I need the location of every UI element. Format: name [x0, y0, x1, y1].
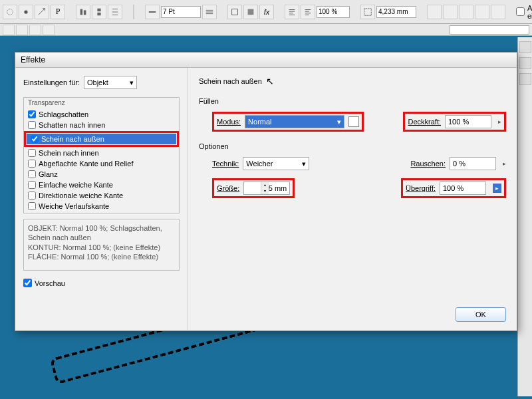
para2-icon[interactable] [301, 5, 315, 19]
tree-item-schatten-innen[interactable]: Schatten nach innen [24, 120, 179, 130]
group-title: Transparenz [24, 98, 179, 108]
object-info-box: OBJEKT: Normal 100 %; Schlagschatten, Sc… [23, 219, 180, 271]
gradient-icon[interactable] [243, 5, 258, 19]
dialog-left-pane: Einstellungen für: Objekt▾ Transparenz S… [15, 68, 188, 330]
groesse-input[interactable]: ▴▾ 5 mm [243, 182, 290, 195]
groesse-label: Größe: [217, 184, 239, 192]
stroke-style-icon[interactable] [202, 5, 217, 19]
mini2-icon[interactable] [16, 25, 28, 35]
mini3-icon[interactable] [29, 25, 41, 35]
tree-item-einfache-kante[interactable]: Einfache weiche Kante [24, 180, 179, 190]
dialog-title: Effekte [15, 53, 517, 68]
preview-checkbox[interactable]: Vorschau [23, 279, 180, 287]
svg-rect-7 [248, 9, 254, 15]
zoom-input[interactable] [317, 6, 350, 18]
settings-for-select[interactable]: Objekt▾ [84, 76, 137, 89]
align-icon[interactable] [76, 5, 90, 19]
svg-point-0 [7, 9, 13, 15]
fit5-icon[interactable] [491, 5, 505, 19]
groesse-highlight: Größe: ▴▾ 5 mm [212, 178, 295, 198]
fit2-icon[interactable] [443, 5, 458, 19]
dialog-right-pane: Schein nach außen ↖ Füllen Modus: Normal… [188, 68, 517, 330]
side-tool-2[interactable] [519, 57, 531, 69]
tool-p-icon[interactable]: P [51, 5, 65, 19]
stroke-icon[interactable] [145, 5, 160, 19]
stroke-pt-input[interactable] [161, 6, 201, 18]
uebergriff-input[interactable]: 100 % [440, 182, 486, 195]
modus-select[interactable]: Normal▾ [245, 115, 344, 128]
effects-dialog: Effekte Einstellungen für: Objekt▾ Trans… [15, 52, 517, 331]
side-tool-3[interactable] [519, 73, 531, 85]
fill-group-title: Füllen [199, 97, 506, 105]
frame-icon[interactable] [360, 5, 375, 19]
main-toolbar: P fx Automatisch einpassen [0, 0, 532, 24]
rauschen-input[interactable]: 0 % [450, 157, 496, 170]
tree-item-direktionale-kante[interactable]: Direktionale weiche Kante [24, 190, 179, 201]
color-swatch[interactable] [133, 5, 134, 19]
svg-rect-6 [232, 9, 238, 15]
effect-list: Schlagschatten Schatten nach innen Schei… [24, 108, 179, 213]
corner-icon[interactable] [227, 5, 242, 19]
tree-item-schein-innen[interactable]: Schein nach innen [24, 148, 179, 158]
tree-item-glanz[interactable]: Glanz [24, 169, 179, 180]
ok-button[interactable]: OK [456, 307, 506, 322]
fit1-icon[interactable] [427, 5, 442, 19]
cursor-icon: ↖ [266, 76, 274, 86]
deckkraft-label: Deckkraft: [408, 118, 441, 126]
options-group-title: Optionen [199, 142, 506, 150]
deckkraft-highlight: Deckkraft: 100 % ▸ [403, 112, 506, 132]
technik-select[interactable]: Weicher▾ [243, 157, 309, 170]
side-tool-1[interactable] [519, 41, 531, 53]
color-picker-icon[interactable] [348, 116, 359, 127]
tree-item-schlagschatten[interactable]: Schlagschatten [24, 109, 179, 120]
uebergriff-label: Übergriff: [406, 184, 436, 192]
distribute-icon[interactable] [108, 5, 122, 19]
highlighted-red-box: Schein nach außen [24, 131, 179, 147]
arrow-icon[interactable]: ▸ [498, 118, 501, 125]
mini1-icon[interactable] [3, 25, 15, 35]
width-input[interactable] [376, 6, 416, 18]
svg-rect-5 [97, 12, 100, 15]
mini-input[interactable] [450, 25, 529, 35]
uebergriff-highlight: Übergriff: 100 % ▸ [401, 178, 506, 198]
rauschen-label: Rauschen: [410, 160, 446, 168]
toolbar-row2 [0, 24, 532, 36]
arrow-icon[interactable]: ▸ [493, 184, 501, 193]
transparency-group: Transparenz Schlagschatten Schatten nach… [23, 97, 180, 213]
panel-title: Schein nach außen [199, 77, 262, 85]
svg-rect-8 [364, 8, 372, 15]
arrow-icon[interactable]: ▸ [503, 160, 506, 167]
right-tool-strip [517, 37, 532, 396]
svg-point-1 [24, 10, 27, 13]
para-icon[interactable] [285, 5, 299, 19]
svg-rect-3 [84, 10, 86, 15]
technik-label: Technik: [212, 160, 239, 168]
tree-item-verlaufskante[interactable]: Weiche Verlaufskante [24, 201, 179, 211]
fx-icon[interactable]: fx [259, 5, 274, 19]
tree-item-schein-aussen[interactable]: Schein nach außen [27, 134, 176, 144]
autofit-checkbox[interactable]: Automatisch einpassen [516, 4, 532, 20]
fit3-icon[interactable] [459, 5, 473, 19]
tool-star-icon[interactable] [3, 5, 17, 19]
settings-for-label: Einstellungen für: [23, 78, 80, 86]
autofit-label: Automatisch einpassen [527, 4, 532, 20]
deckkraft-input[interactable]: 100 % [445, 115, 491, 128]
tool-sun-icon[interactable] [19, 5, 33, 19]
fit4-icon[interactable] [475, 5, 489, 19]
align2-icon[interactable] [92, 5, 106, 19]
tool-arrow-icon[interactable] [35, 5, 49, 19]
svg-rect-4 [97, 8, 100, 11]
modus-highlight: Modus: Normal▾ [212, 112, 364, 132]
tree-item-kante-relief[interactable]: Abgeflachte Kante und Relief [24, 158, 179, 169]
modus-label: Modus: [217, 118, 241, 126]
mini4-icon[interactable] [43, 25, 55, 35]
svg-rect-2 [80, 9, 83, 15]
